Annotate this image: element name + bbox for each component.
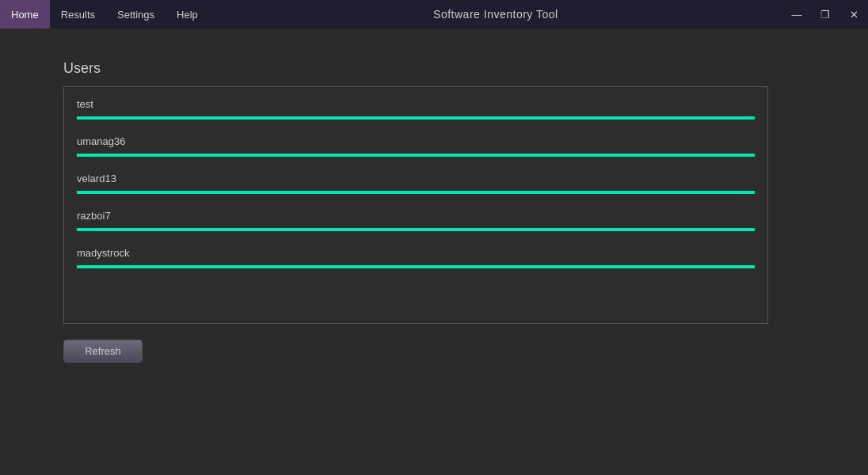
list-item[interactable]: madystrock — [64, 236, 767, 273]
window-controls: — ❐ ✕ — [782, 0, 868, 28]
menu-item-results[interactable]: Results — [50, 0, 106, 28]
minimize-button[interactable]: — — [782, 0, 811, 28]
main-content: Users testumanag36velard13razboi7madystr… — [0, 28, 868, 394]
menu-item-home[interactable]: Home — [0, 0, 50, 28]
section-title: Users — [63, 60, 805, 77]
menu-item-settings[interactable]: Settings — [106, 0, 166, 28]
menu-bar: HomeResultsSettingsHelp — [0, 0, 209, 28]
menu-item-help[interactable]: Help — [166, 0, 209, 28]
list-item[interactable]: test — [64, 87, 767, 124]
refresh-button[interactable]: Refresh — [63, 340, 143, 363]
user-name: madystrock — [77, 247, 755, 259]
user-name: razboi7 — [77, 210, 755, 222]
user-name: velard13 — [77, 173, 755, 184]
user-bar — [77, 154, 755, 157]
user-bar — [77, 265, 755, 268]
maximize-button[interactable]: ❐ — [811, 0, 839, 28]
user-name: test — [77, 98, 755, 110]
users-list[interactable]: testumanag36velard13razboi7madystrock — [63, 86, 768, 324]
list-item[interactable]: velard13 — [64, 162, 767, 199]
app-title: Software Inventory Tool — [209, 8, 782, 21]
list-item[interactable]: razboi7 — [64, 199, 767, 236]
close-button[interactable]: ✕ — [839, 0, 868, 28]
user-bar — [77, 191, 755, 194]
user-bar — [77, 228, 755, 231]
title-bar: HomeResultsSettingsHelp Software Invento… — [0, 0, 868, 28]
user-bar — [77, 116, 755, 120]
user-name: umanag36 — [77, 135, 755, 147]
list-item[interactable]: umanag36 — [64, 124, 767, 162]
